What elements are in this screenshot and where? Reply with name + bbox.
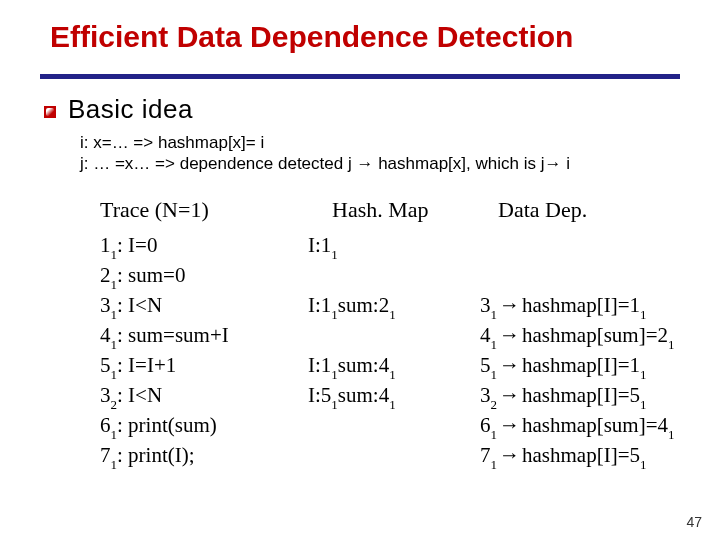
hashmap-row: I: 51 sum: 41 — [308, 380, 488, 410]
arrow-icon: → — [497, 320, 522, 350]
hashmap-row — [308, 320, 488, 350]
page-number: 47 — [686, 514, 702, 530]
arrow-icon: → — [497, 350, 522, 380]
trace-row: 61: print(sum) — [100, 410, 290, 440]
hashmap-row — [308, 260, 488, 290]
arrow-icon: → — [497, 290, 522, 320]
trace-row: 32: I<N — [100, 380, 290, 410]
bullet-icon — [44, 106, 56, 118]
hashmap-title: Hash. Map — [332, 194, 488, 226]
datadep-row: 71 →hashmap[I]=51 — [480, 440, 710, 470]
hashmap-row: I: 11 sum: 21 — [308, 290, 488, 320]
datadep-title: Data Dep. — [498, 194, 710, 226]
datadep-row: 31 →hashmap[I]=11 — [480, 290, 710, 320]
arrow-icon: → — [497, 380, 522, 410]
datadep-row: 51 →hashmap[I]=11 — [480, 350, 710, 380]
hashmap-row: I: 11 sum: 41 — [308, 350, 488, 380]
hashmap-row: I: 11 — [308, 230, 488, 260]
idea-lines: i: x=… => hashmap[x]= i j: … =x… => depe… — [80, 132, 570, 175]
hashmap-column: Hash. Map I: 11I: 11 sum: 21I: 11 sum: 4… — [308, 194, 488, 410]
trace-row: 31: I<N — [100, 290, 290, 320]
idea-line-1: i: x=… => hashmap[x]= i — [80, 132, 570, 153]
arrow-icon: → — [497, 440, 522, 470]
trace-title: Trace (N=1) — [100, 194, 290, 226]
datadep-row: 61 →hashmap[sum]=41 — [480, 410, 710, 440]
slide-title: Efficient Data Dependence Detection — [50, 20, 680, 54]
title-underline — [40, 74, 680, 79]
trace-column: Trace (N=1) 11: I=021: sum=031: I<N41: s… — [100, 194, 290, 470]
trace-row: 41: sum=sum+I — [100, 320, 290, 350]
arrow-icon: → — [497, 410, 522, 440]
slide: Efficient Data Dependence Detection Basi… — [0, 0, 720, 540]
trace-row: 51: I=I+1 — [100, 350, 290, 380]
trace-row: 21: sum=0 — [100, 260, 290, 290]
datadep-column: Data Dep. 31 →hashmap[I]=1141 →hashmap[s… — [480, 194, 710, 470]
datadep-row: 41 →hashmap[sum]=21 — [480, 320, 710, 350]
basic-idea-row: Basic idea — [44, 94, 193, 125]
basic-idea-label: Basic idea — [68, 94, 193, 125]
trace-row: 71: print(I); — [100, 440, 290, 470]
idea-line-2: j: … =x… => dependence detected j → hash… — [80, 153, 570, 174]
datadep-row: 32 →hashmap[I]=51 — [480, 380, 710, 410]
columns: Trace (N=1) 11: I=021: sum=031: I<N41: s… — [60, 194, 690, 500]
trace-row: 11: I=0 — [100, 230, 290, 260]
